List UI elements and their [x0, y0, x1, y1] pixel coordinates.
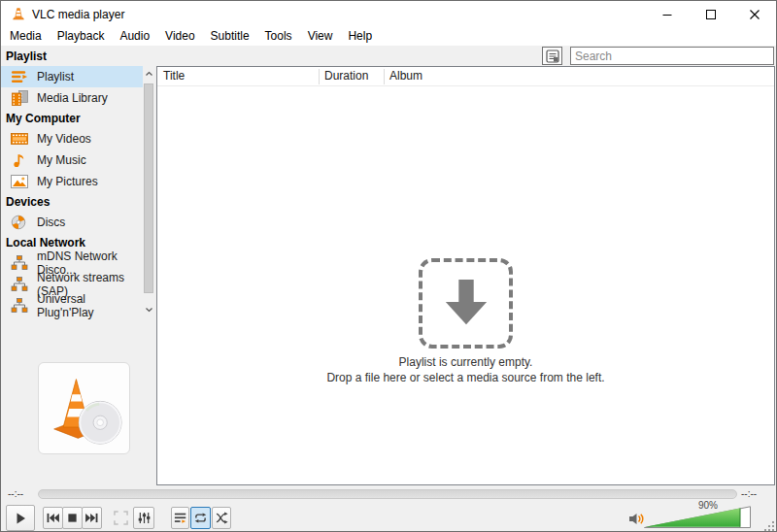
shuffle-icon: [215, 512, 229, 524]
media-library-icon: [11, 90, 29, 106]
drop-target[interactable]: [419, 258, 513, 349]
equalizer-button[interactable]: [133, 507, 154, 529]
column-album[interactable]: Album: [389, 69, 422, 83]
menu-subtitle[interactable]: Subtitle: [203, 27, 257, 46]
elapsed-time: --:--: [8, 488, 23, 499]
menu-video[interactable]: Video: [157, 27, 202, 46]
equalizer-icon: [137, 512, 152, 524]
network-icon: [11, 277, 29, 292]
menu-help[interactable]: Help: [340, 27, 380, 46]
chevron-down-icon: [145, 307, 153, 313]
minimize-button[interactable]: [645, 1, 689, 27]
sidebar-item-label: Playlist: [37, 70, 74, 83]
music-icon: [11, 152, 29, 168]
column-header-row: Title Duration Album: [157, 67, 774, 86]
sidebar-item-discs[interactable]: Discs: [1, 212, 143, 233]
sidebar-item-label: Media Library: [37, 91, 108, 105]
sidebar-item-media-library[interactable]: Media Library: [1, 87, 143, 109]
loop-button[interactable]: [190, 507, 211, 529]
network-icon: [11, 255, 29, 271]
menubar: Media Playback Audio Video Subtitle Tool…: [1, 27, 776, 46]
empty-playlist-subtitle: Drop a file here or select a media sourc…: [157, 371, 774, 384]
sidebar-header-my-computer: My Computer: [1, 109, 156, 128]
play-icon: [14, 512, 27, 525]
view-mode-button[interactable]: [542, 47, 562, 65]
total-time: --:--: [741, 488, 757, 499]
close-button[interactable]: [732, 1, 776, 27]
stop-icon: [67, 513, 78, 523]
column-duration[interactable]: Duration: [324, 69, 368, 83]
download-arrow-icon: [440, 280, 492, 328]
sidebar-item-playlist[interactable]: Playlist: [1, 66, 143, 87]
scrollbar-thumb[interactable]: [144, 83, 153, 293]
network-icon: [11, 298, 29, 314]
playlist-toggle-icon: [174, 512, 187, 524]
close-icon: [749, 9, 760, 20]
sidebar-header-devices: Devices: [1, 192, 156, 212]
previous-icon: [46, 513, 60, 523]
sidebar-item-upnp[interactable]: Universal Plug'n'Play: [1, 295, 143, 316]
playlist-icon: [11, 69, 29, 84]
menu-playback[interactable]: Playback: [50, 27, 113, 46]
sidebar-scrollbar: [143, 66, 154, 316]
column-separator: [384, 69, 385, 84]
videos-icon: [11, 131, 29, 147]
fullscreen-button[interactable]: [111, 507, 130, 529]
playlist-panel: Title Duration Album Playlist is current…: [156, 66, 775, 485]
play-button[interactable]: [6, 505, 35, 531]
empty-playlist-title: Playlist is currently empty.: [157, 355, 774, 369]
sidebar: Playlist Playlist: [1, 47, 156, 486]
sidebar-item-label: My Pictures: [37, 175, 98, 188]
vlc-window: VLC media player Media Playback Audio Vi…: [0, 0, 777, 532]
disc-icon: [11, 215, 29, 230]
menu-view[interactable]: View: [300, 27, 341, 46]
titlebar[interactable]: VLC media player: [1, 1, 776, 27]
sidebar-item-my-pictures[interactable]: My Pictures: [1, 171, 143, 192]
vlc-cone-icon: [11, 6, 26, 21]
vlc-cone-disc-image: [43, 372, 126, 446]
maximize-icon: [705, 9, 717, 20]
fullscreen-icon: [114, 511, 128, 525]
album-artwork: [38, 362, 130, 454]
window-title: VLC media player: [32, 8, 124, 21]
menu-audio[interactable]: Audio: [112, 27, 157, 46]
sidebar-item-my-videos[interactable]: My Videos: [1, 128, 143, 150]
next-icon: [84, 513, 99, 523]
stop-button[interactable]: [62, 507, 83, 529]
sidebar-header-playlist: Playlist: [1, 47, 156, 66]
column-title[interactable]: Title: [163, 69, 185, 83]
search-input[interactable]: [570, 47, 774, 65]
minimize-icon: [661, 9, 673, 20]
menu-media[interactable]: Media: [2, 27, 50, 46]
pictures-icon: [11, 174, 29, 189]
sidebar-item-label: Universal Plug'n'Play: [37, 292, 143, 319]
toggle-playlist-button[interactable]: [171, 507, 189, 529]
sidebar-item-label: My Music: [37, 153, 86, 167]
scroll-down-button[interactable]: [143, 302, 154, 316]
sidebar-item-label: Discs: [37, 216, 65, 229]
seek-slider[interactable]: [38, 489, 737, 499]
next-button[interactable]: [82, 507, 102, 529]
volume-slider[interactable]: [644, 506, 751, 528]
column-separator: [319, 69, 320, 84]
scroll-up-button[interactable]: [143, 66, 154, 81]
sidebar-item-label: My Videos: [37, 132, 91, 146]
window-controls: [645, 1, 776, 27]
maximize-button[interactable]: [689, 1, 732, 27]
shuffle-button[interactable]: [212, 507, 231, 529]
sidebar-item-my-music[interactable]: My Music: [1, 150, 143, 171]
list-view-icon: [546, 50, 559, 63]
transport-bar: --:-- --:--: [1, 486, 776, 532]
menu-tools[interactable]: Tools: [257, 27, 300, 46]
chevron-up-icon: [145, 71, 153, 77]
loop-icon: [193, 512, 208, 524]
previous-button[interactable]: [43, 507, 63, 529]
resize-grip[interactable]: [764, 521, 775, 532]
